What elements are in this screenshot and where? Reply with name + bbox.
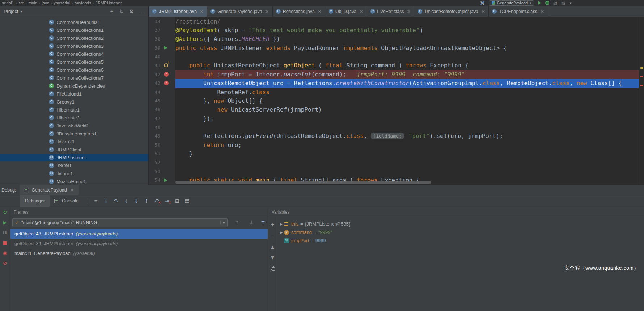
- code-text[interactable]: [175, 167, 644, 176]
- code-text[interactable]: Reflections.getField(UnicastRemoteObject…: [175, 132, 644, 140]
- line-number[interactable]: 47: [149, 116, 163, 121]
- add-watch-icon[interactable]: +: [268, 222, 277, 227]
- view-breakpoints-icon[interactable]: ◉: [0, 250, 10, 256]
- tree-item[interactable]: Jdk7u21: [0, 138, 148, 146]
- tree-item[interactable]: CommonsCollections7: [0, 74, 148, 82]
- stack-frame-row[interactable]: getObject:34, JRMPListener(ysoserial.pay…: [10, 239, 268, 248]
- line-number[interactable]: 49: [149, 133, 163, 139]
- code-text[interactable]: public class JRMPListener extends Payloa…: [175, 43, 644, 52]
- editor-tab[interactable]: GeneratePayload.java×: [207, 6, 273, 17]
- layout-menu-icon[interactable]: ≡: [91, 198, 101, 204]
- line-number[interactable]: 37: [149, 28, 163, 33]
- tree-item[interactable]: JRMPClient: [0, 146, 148, 154]
- code-editor[interactable]: 34/restriction/37@PayloadTest( skip = "T…: [149, 17, 644, 185]
- line-number[interactable]: 39: [149, 45, 163, 51]
- breadcrumb-item[interactable]: src: [18, 1, 25, 5]
- next-frame-icon[interactable]: ↓: [246, 220, 256, 226]
- code-text[interactable]: [175, 123, 644, 131]
- variable-row[interactable]: ▶this={JRMPListener@535}: [277, 220, 644, 228]
- tree-item[interactable]: DynamicDependencies: [0, 82, 148, 90]
- chevron-down-icon[interactable]: ▾: [20, 10, 22, 13]
- line-number[interactable]: 41: [149, 63, 163, 68]
- tab-console[interactable]: Console: [50, 195, 83, 207]
- close-icon[interactable]: ×: [359, 9, 363, 14]
- rerun-icon[interactable]: ↻: [0, 210, 10, 215]
- breadcrumb-item[interactable]: java: [41, 1, 50, 5]
- line-number[interactable]: 53: [149, 169, 163, 174]
- stack-frame-row[interactable]: getObject:43, JRMPListener(ysoserial.pay…: [10, 229, 268, 239]
- previous-frame-icon[interactable]: ↑: [232, 220, 242, 226]
- build-tools-icon[interactable]: [480, 1, 485, 5]
- code-text[interactable]: int jrmpPort = Integer.parseInt(command)…: [175, 70, 644, 79]
- scroll-down-icon[interactable]: ▼: [268, 255, 277, 260]
- tree-item[interactable]: JSON1: [0, 161, 148, 169]
- breakpoint-icon[interactable]: [164, 81, 169, 85]
- close-icon[interactable]: ×: [318, 9, 322, 14]
- more-chevron-icon[interactable]: ▾: [569, 1, 572, 5]
- tree-item[interactable]: CommonsCollections1: [0, 26, 148, 34]
- editor-tab[interactable]: LiveRef.class×: [367, 6, 414, 17]
- profiler-button[interactable]: ▨: [561, 1, 565, 5]
- mute-breakpoints-icon[interactable]: ⊘: [0, 260, 10, 266]
- code-text[interactable]: }: [175, 149, 644, 158]
- code-text[interactable]: public UnicastRemoteObject getObject ( f…: [175, 61, 644, 70]
- resume-icon[interactable]: ▶: [0, 220, 10, 225]
- line-number[interactable]: 46: [149, 107, 163, 112]
- line-number[interactable]: 38: [149, 36, 163, 42]
- breadcrumb-item[interactable]: serial1: [1, 1, 15, 5]
- line-number[interactable]: 34: [149, 19, 163, 24]
- step-out-icon[interactable]: ↑: [142, 198, 152, 204]
- tree-item[interactable]: Hibernate2: [0, 114, 148, 122]
- line-number[interactable]: 51: [149, 151, 163, 156]
- line-number[interactable]: 52: [149, 160, 163, 165]
- run-config-selector[interactable]: GeneratePayload ▾: [489, 0, 534, 6]
- breadcrumb-item[interactable]: payloads: [74, 1, 92, 5]
- editor-tab[interactable]: Reflections.java×: [273, 6, 325, 17]
- drop-frame-icon[interactable]: ↶: [152, 198, 162, 204]
- code-text[interactable]: UnicastRemoteObject uro = Reflections.cr…: [175, 79, 644, 88]
- line-number[interactable]: 50: [149, 142, 163, 148]
- scroll-up-icon[interactable]: ▲: [268, 244, 277, 250]
- code-text[interactable]: [175, 158, 644, 167]
- copy-icon[interactable]: [271, 266, 275, 270]
- tree-item[interactable]: CommonsBeanutils1: [0, 18, 148, 26]
- line-number[interactable]: 43: [149, 80, 163, 86]
- horizontal-scrollbar[interactable]: [175, 181, 431, 184]
- show-execution-point-icon[interactable]: ↧: [101, 198, 111, 204]
- tree-item[interactable]: MozillaRhino1: [0, 177, 148, 185]
- tree-item[interactable]: FileUpload1: [0, 90, 148, 98]
- close-icon[interactable]: ×: [200, 9, 204, 14]
- debug-button[interactable]: [545, 1, 549, 5]
- editor-tab[interactable]: TCPEndpoint.class×: [489, 6, 548, 17]
- tree-item[interactable]: CommonsCollections6: [0, 66, 148, 74]
- line-number[interactable]: 40: [149, 54, 163, 59]
- run-button[interactable]: [538, 1, 541, 5]
- run-button-icon[interactable]: [164, 178, 167, 182]
- tree-item[interactable]: JavassistWeld1: [0, 122, 148, 130]
- editor-tab[interactable]: JRMPListener.java×: [149, 6, 207, 17]
- tree-item[interactable]: JBossInterceptors1: [0, 130, 148, 138]
- close-icon[interactable]: ×: [407, 9, 411, 14]
- code-text[interactable]: return uro;: [175, 140, 644, 149]
- force-step-into-icon[interactable]: ⇓: [131, 198, 142, 204]
- tree-item[interactable]: CommonsCollections4: [0, 50, 148, 58]
- breadcrumb-item[interactable]: ysoserial: [53, 1, 71, 5]
- run-button-icon[interactable]: [164, 46, 167, 50]
- stop-icon[interactable]: ■: [0, 240, 10, 245]
- tab-debugger[interactable]: Debugger: [20, 195, 50, 207]
- editor-tab[interactable]: ObjID.java×: [325, 6, 367, 17]
- code-text[interactable]: });: [175, 114, 644, 123]
- tree-item[interactable]: Hibernate1: [0, 106, 148, 114]
- tree-item[interactable]: CommonsCollections2: [0, 34, 148, 42]
- tree-item[interactable]: Groovy1: [0, 98, 148, 106]
- close-icon[interactable]: ×: [70, 187, 74, 193]
- debug-session-tab[interactable]: GeneratePayload ×: [20, 185, 78, 195]
- tree-item[interactable]: JRMPListener: [0, 154, 148, 161]
- variable-row[interactable]: jrmpPort=9999: [277, 236, 644, 245]
- pause-icon[interactable]: ▮▮: [0, 231, 10, 234]
- layout-settings-icon[interactable]: ▤: [182, 198, 192, 204]
- step-over-icon[interactable]: ↷: [111, 198, 121, 204]
- tree-item[interactable]: CommonsCollections3: [0, 42, 148, 50]
- breadcrumb-item[interactable]: JRMPListener: [95, 1, 122, 5]
- thread-selector[interactable]: ✓ "main"@1 in group "main": RUNNING ▾: [12, 218, 228, 227]
